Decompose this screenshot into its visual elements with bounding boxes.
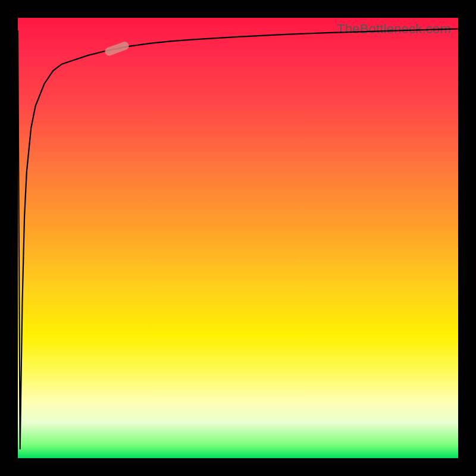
curve-marker <box>104 40 130 57</box>
curve-layer <box>18 18 458 458</box>
marker-shape <box>104 40 130 57</box>
bottleneck-curve <box>18 29 458 450</box>
chart-frame: TheBottleneck.com <box>0 0 476 476</box>
plot-area: TheBottleneck.com <box>18 18 458 458</box>
